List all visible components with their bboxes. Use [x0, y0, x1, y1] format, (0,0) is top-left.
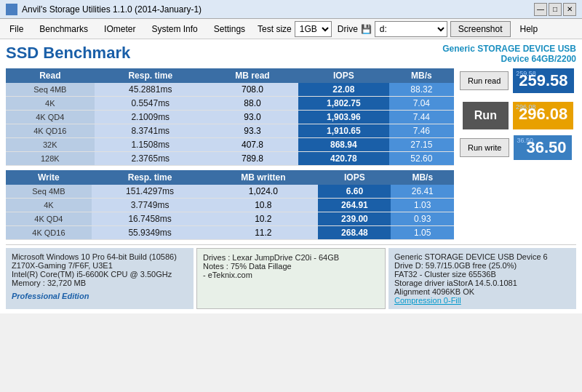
device-line1: Generic STORAGE DEVICE USB: [442, 44, 576, 54]
total-score-small: 296.08: [516, 103, 536, 111]
menu-file[interactable]: File: [3, 21, 30, 37]
write-score-box: 36.50 36.50: [514, 135, 572, 160]
read-header-col2: MB read: [207, 68, 298, 83]
write-header-col3: IOPS: [318, 170, 391, 185]
test-size-select[interactable]: 1GB: [295, 21, 332, 37]
storage-line4: Storage driver iaStorA 14.5.0.1081: [394, 279, 570, 287]
menu-bar: File Benchmarks IOmeter System Info Sett…: [0, 19, 582, 39]
run-button[interactable]: Run: [463, 102, 509, 129]
main-area: SSD Benchmark Generic STORAGE DEVICE USB…: [0, 39, 582, 313]
read-header-col0: Read: [6, 68, 95, 83]
read-score-row: Run read 259.58 259.58: [460, 68, 576, 93]
read-table-row: 4K QD168.3741ms93.31,910.657.46: [6, 124, 454, 138]
right-widgets: Run read 259.58 259.58 Run 296.08 296.08…: [460, 68, 576, 240]
menu-settings[interactable]: Settings: [207, 21, 252, 37]
device-info: Generic STORAGE DEVICE USB Device 64GB/2…: [442, 44, 576, 64]
title-bar-text: Anvil's Storage Utilities 1.1.0 (2014-Ja…: [22, 4, 202, 15]
read-score-box: 259.58 259.58: [513, 68, 573, 93]
menu-iometer[interactable]: IOmeter: [97, 21, 142, 37]
sys-line3: Intel(R) Core(TM) i5-6600K CPU @ 3.50GHz: [12, 270, 188, 279]
maximize-button[interactable]: □: [549, 3, 562, 16]
write-table-row: 4K3.7749ms10.8264.911.03: [6, 199, 454, 212]
footer-drives: Drives : Lexar JumpDrive C20i - 64GB Not…: [196, 248, 386, 309]
drive-icon: 💾: [361, 24, 372, 34]
sys-line2: Z170X-Gaming 7/F6F, U3E1: [12, 261, 188, 270]
write-header-col2: MB written: [208, 170, 318, 185]
minimize-button[interactable]: —: [534, 3, 547, 16]
test-size-label: Test size: [258, 24, 292, 34]
write-table-row: 4K QD1655.9349ms11.2268.481.05: [6, 226, 454, 240]
test-size-group: Test size 1GB: [258, 21, 332, 37]
read-header-col4: MB/s: [389, 68, 454, 83]
storage-line5: Alignment 4096KB OK: [394, 287, 570, 296]
drives-line3: - eTeknix.com: [203, 271, 379, 279]
storage-line3: FAT32 - Cluster size 65536B: [394, 270, 570, 279]
sys-line1: Microsoft Windows 10 Pro 64-bit Build (1…: [12, 252, 188, 261]
write-score-row: Run write 36.50 36.50: [460, 135, 576, 160]
read-table-row: 4K QD42.1009ms93.01,903.967.44: [6, 111, 454, 124]
drive-select[interactable]: d:: [375, 21, 447, 37]
menu-system-info[interactable]: System Info: [145, 21, 204, 37]
read-table-row: 128K2.3765ms789.8420.7852.60: [6, 152, 454, 166]
storage-line2: Drive D: 59.7/15.0GB free (25.0%): [394, 261, 570, 270]
footer-storage: Generic STORAGE DEVICE USB Device 6 Driv…: [388, 248, 576, 309]
write-table: Write Resp. time MB written IOPS MB/s Se…: [6, 170, 454, 240]
header-row: SSD Benchmark Generic STORAGE DEVICE USB…: [6, 44, 576, 64]
drives-line1: Drives : Lexar JumpDrive C20i - 64GB: [203, 253, 379, 262]
bench-area: Read Resp. time MB read IOPS MB/s Seq 4M…: [6, 68, 576, 240]
write-table-row: Seq 4MB151.4297ms1,024.06.6026.41: [6, 185, 454, 199]
run-btn-row: Run 296.08 296.08: [460, 102, 576, 129]
sys-line4: Memory : 32,720 MB: [12, 279, 188, 287]
app-icon: [6, 4, 17, 15]
write-header-col1: Resp. time: [92, 170, 209, 185]
device-line2: Device 64GB/2200: [442, 54, 576, 64]
run-write-button[interactable]: Run write: [460, 138, 509, 157]
read-table-row: 4K0.5547ms88.01,802.757.04: [6, 97, 454, 111]
write-score-small: 36.50: [517, 137, 533, 144]
total-score-box: 296.08 296.08: [513, 102, 573, 129]
read-table-row: 32K1.1508ms407.8868.9427.15: [6, 138, 454, 152]
storage-line6[interactable]: Compression 0-Fill: [394, 296, 570, 305]
write-header-col0: Write: [6, 170, 92, 185]
screenshot-button[interactable]: Screenshot: [450, 21, 511, 37]
read-score-small: 259.58: [516, 70, 536, 77]
title-bar: Anvil's Storage Utilities 1.1.0 (2014-Ja…: [0, 0, 582, 19]
storage-line1: Generic STORAGE DEVICE USB Device 6: [394, 252, 570, 261]
drive-label: Drive: [338, 24, 358, 34]
drives-line2: Notes : 75% Data Fillage: [203, 262, 379, 271]
professional-edition: Professional Edition: [12, 292, 188, 300]
table-section: Read Resp. time MB read IOPS MB/s Seq 4M…: [6, 68, 454, 240]
read-table-row: Seq 4MB45.2881ms708.022.0888.32: [6, 83, 454, 97]
footer-area: Microsoft Windows 10 Pro 64-bit Build (1…: [6, 244, 576, 309]
ssd-title: SSD Benchmark: [6, 44, 130, 63]
read-header-col3: IOPS: [298, 68, 389, 83]
drive-group: Drive 💾 d:: [338, 21, 447, 37]
write-header-col4: MB/s: [391, 170, 454, 185]
run-read-button[interactable]: Run read: [460, 71, 509, 90]
read-table: Read Resp. time MB read IOPS MB/s Seq 4M…: [6, 68, 454, 166]
read-header-col1: Resp. time: [95, 68, 207, 83]
menu-help[interactable]: Help: [514, 21, 545, 37]
close-button[interactable]: ✕: [563, 3, 576, 16]
menu-benchmarks[interactable]: Benchmarks: [33, 21, 95, 37]
write-table-row: 4K QD416.7458ms10.2239.000.93: [6, 212, 454, 226]
footer-sys: Microsoft Windows 10 Pro 64-bit Build (1…: [6, 248, 194, 309]
